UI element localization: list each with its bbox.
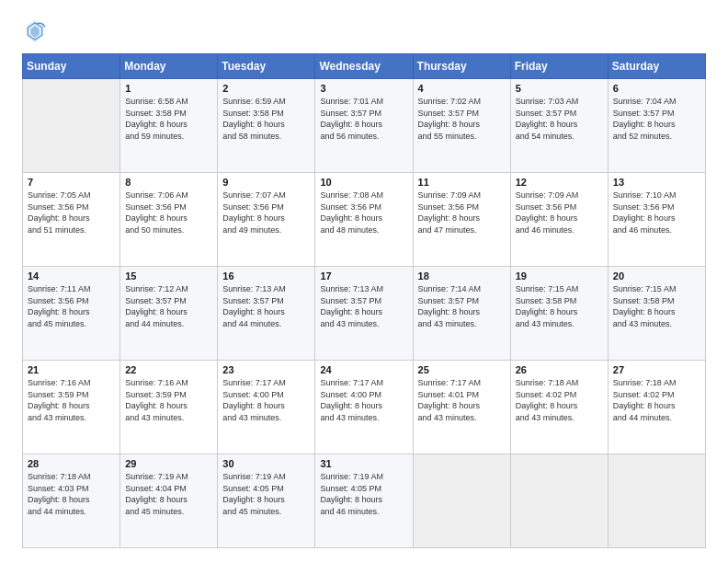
day-number: 13 — [613, 177, 700, 188]
day-info: Sunrise: 7:02 AM Sunset: 3:57 PM Dayligh… — [418, 96, 506, 142]
calendar-cell: 15Sunrise: 7:12 AM Sunset: 3:57 PM Dayli… — [120, 267, 218, 361]
day-info: Sunrise: 7:18 AM Sunset: 4:02 PM Dayligh… — [613, 377, 700, 423]
day-info: Sunrise: 7:03 AM Sunset: 3:57 PM Dayligh… — [516, 96, 603, 142]
calendar-cell: 3Sunrise: 7:01 AM Sunset: 3:57 PM Daylig… — [315, 79, 413, 173]
calendar-cell: 22Sunrise: 7:16 AM Sunset: 3:59 PM Dayli… — [120, 361, 218, 454]
calendar-cell: 28Sunrise: 7:18 AM Sunset: 4:03 PM Dayli… — [23, 454, 120, 548]
calendar-cell: 23Sunrise: 7:17 AM Sunset: 4:00 PM Dayli… — [218, 361, 315, 454]
calendar-cell: 30Sunrise: 7:19 AM Sunset: 4:05 PM Dayli… — [218, 454, 315, 548]
day-number: 17 — [320, 270, 407, 282]
calendar-week-3: 14Sunrise: 7:11 AM Sunset: 3:56 PM Dayli… — [23, 267, 706, 361]
day-header-wednesday: Wednesday — [315, 54, 413, 79]
day-info: Sunrise: 7:07 AM Sunset: 3:56 PM Dayligh… — [222, 190, 310, 236]
day-number: 25 — [418, 364, 506, 375]
calendar-cell: 5Sunrise: 7:03 AM Sunset: 3:57 PM Daylig… — [510, 79, 608, 173]
calendar-cell: 12Sunrise: 7:09 AM Sunset: 3:56 PM Dayli… — [510, 173, 608, 267]
calendar-cell: 9Sunrise: 7:07 AM Sunset: 3:56 PM Daylig… — [218, 173, 315, 267]
day-header-friday: Friday — [510, 54, 608, 79]
day-number: 5 — [516, 83, 603, 94]
calendar-cell — [510, 454, 608, 548]
day-info: Sunrise: 7:15 AM Sunset: 3:58 PM Dayligh… — [516, 283, 603, 329]
day-number: 28 — [28, 458, 115, 469]
day-info: Sunrise: 7:18 AM Sunset: 4:02 PM Dayligh… — [516, 377, 603, 423]
day-info: Sunrise: 7:11 AM Sunset: 3:56 PM Dayligh… — [28, 283, 115, 329]
day-info: Sunrise: 7:10 AM Sunset: 3:56 PM Dayligh… — [613, 190, 700, 236]
day-header-tuesday: Tuesday — [218, 54, 315, 79]
day-header-sunday: Sunday — [23, 54, 120, 79]
calendar-cell: 31Sunrise: 7:19 AM Sunset: 4:05 PM Dayli… — [315, 454, 413, 548]
day-number: 8 — [125, 177, 212, 188]
calendar-cell: 25Sunrise: 7:17 AM Sunset: 4:01 PM Dayli… — [413, 361, 510, 454]
day-info: Sunrise: 7:13 AM Sunset: 3:57 PM Dayligh… — [320, 283, 407, 329]
day-info: Sunrise: 7:12 AM Sunset: 3:57 PM Dayligh… — [125, 283, 212, 329]
calendar-week-5: 28Sunrise: 7:18 AM Sunset: 4:03 PM Dayli… — [23, 454, 706, 548]
calendar-week-4: 21Sunrise: 7:16 AM Sunset: 3:59 PM Dayli… — [23, 361, 706, 454]
calendar-cell: 20Sunrise: 7:15 AM Sunset: 3:58 PM Dayli… — [608, 267, 705, 361]
day-number: 12 — [516, 177, 603, 188]
day-number: 26 — [516, 364, 603, 375]
header — [22, 18, 706, 44]
calendar-cell: 7Sunrise: 7:05 AM Sunset: 3:56 PM Daylig… — [23, 173, 120, 267]
calendar-cell — [23, 79, 120, 173]
day-info: Sunrise: 7:16 AM Sunset: 3:59 PM Dayligh… — [125, 377, 212, 423]
day-info: Sunrise: 7:09 AM Sunset: 3:56 PM Dayligh… — [516, 190, 603, 236]
calendar-cell: 24Sunrise: 7:17 AM Sunset: 4:00 PM Dayli… — [315, 361, 413, 454]
day-info: Sunrise: 7:16 AM Sunset: 3:59 PM Dayligh… — [28, 377, 115, 423]
calendar-cell: 8Sunrise: 7:06 AM Sunset: 3:56 PM Daylig… — [120, 173, 218, 267]
calendar-cell: 10Sunrise: 7:08 AM Sunset: 3:56 PM Dayli… — [315, 173, 413, 267]
day-info: Sunrise: 7:09 AM Sunset: 3:56 PM Dayligh… — [418, 190, 506, 236]
page: SundayMondayTuesdayWednesdayThursdayFrid… — [0, 0, 728, 563]
calendar-cell: 18Sunrise: 7:14 AM Sunset: 3:57 PM Dayli… — [413, 267, 510, 361]
day-info: Sunrise: 7:14 AM Sunset: 3:57 PM Dayligh… — [418, 283, 506, 329]
day-info: Sunrise: 7:15 AM Sunset: 3:58 PM Dayligh… — [613, 283, 700, 329]
day-info: Sunrise: 7:19 AM Sunset: 4:05 PM Dayligh… — [320, 471, 407, 517]
calendar-cell: 21Sunrise: 7:16 AM Sunset: 3:59 PM Dayli… — [23, 361, 120, 454]
day-number: 9 — [222, 177, 310, 188]
day-info: Sunrise: 7:05 AM Sunset: 3:56 PM Dayligh… — [28, 190, 115, 236]
day-number: 11 — [418, 177, 506, 188]
logo — [22, 18, 51, 44]
day-number: 30 — [222, 458, 310, 469]
day-number: 19 — [516, 270, 603, 282]
day-number: 24 — [320, 364, 407, 375]
day-number: 3 — [320, 83, 407, 94]
calendar-cell: 29Sunrise: 7:19 AM Sunset: 4:04 PM Dayli… — [120, 454, 218, 548]
calendar-cell: 1Sunrise: 6:58 AM Sunset: 3:58 PM Daylig… — [120, 79, 218, 173]
day-info: Sunrise: 7:04 AM Sunset: 3:57 PM Dayligh… — [613, 96, 700, 142]
day-number: 22 — [125, 364, 212, 375]
day-info: Sunrise: 6:58 AM Sunset: 3:58 PM Dayligh… — [125, 96, 212, 142]
day-number: 2 — [222, 83, 310, 94]
day-number: 27 — [613, 364, 700, 375]
day-number: 6 — [613, 83, 700, 94]
calendar-week-1: 1Sunrise: 6:58 AM Sunset: 3:58 PM Daylig… — [23, 79, 706, 173]
calendar-cell — [608, 454, 705, 548]
day-header-thursday: Thursday — [413, 54, 510, 79]
day-info: Sunrise: 7:18 AM Sunset: 4:03 PM Dayligh… — [28, 471, 115, 517]
calendar-cell: 19Sunrise: 7:15 AM Sunset: 3:58 PM Dayli… — [510, 267, 608, 361]
calendar-cell: 27Sunrise: 7:18 AM Sunset: 4:02 PM Dayli… — [608, 361, 705, 454]
day-header-saturday: Saturday — [608, 54, 705, 79]
calendar-cell: 6Sunrise: 7:04 AM Sunset: 3:57 PM Daylig… — [608, 79, 705, 173]
calendar-cell: 4Sunrise: 7:02 AM Sunset: 3:57 PM Daylig… — [413, 79, 510, 173]
day-header-monday: Monday — [120, 54, 218, 79]
day-info: Sunrise: 7:17 AM Sunset: 4:01 PM Dayligh… — [418, 377, 506, 423]
calendar-cell: 14Sunrise: 7:11 AM Sunset: 3:56 PM Dayli… — [23, 267, 120, 361]
day-info: Sunrise: 6:59 AM Sunset: 3:58 PM Dayligh… — [222, 96, 310, 142]
day-info: Sunrise: 7:08 AM Sunset: 3:56 PM Dayligh… — [320, 190, 407, 236]
calendar-cell: 16Sunrise: 7:13 AM Sunset: 3:57 PM Dayli… — [218, 267, 315, 361]
day-number: 14 — [28, 270, 115, 282]
day-info: Sunrise: 7:17 AM Sunset: 4:00 PM Dayligh… — [320, 377, 407, 423]
day-info: Sunrise: 7:17 AM Sunset: 4:00 PM Dayligh… — [222, 377, 310, 423]
calendar-week-2: 7Sunrise: 7:05 AM Sunset: 3:56 PM Daylig… — [23, 173, 706, 267]
day-number: 23 — [222, 364, 310, 375]
day-number: 4 — [418, 83, 506, 94]
day-number: 10 — [320, 177, 407, 188]
calendar-cell: 17Sunrise: 7:13 AM Sunset: 3:57 PM Dayli… — [315, 267, 413, 361]
day-number: 1 — [125, 83, 212, 94]
calendar-table: SundayMondayTuesdayWednesdayThursdayFrid… — [22, 53, 706, 548]
calendar-cell: 11Sunrise: 7:09 AM Sunset: 3:56 PM Dayli… — [413, 173, 510, 267]
day-number: 20 — [613, 270, 700, 282]
calendar-cell: 26Sunrise: 7:18 AM Sunset: 4:02 PM Dayli… — [510, 361, 608, 454]
calendar-header-row: SundayMondayTuesdayWednesdayThursdayFrid… — [23, 54, 706, 79]
day-number: 21 — [28, 364, 115, 375]
